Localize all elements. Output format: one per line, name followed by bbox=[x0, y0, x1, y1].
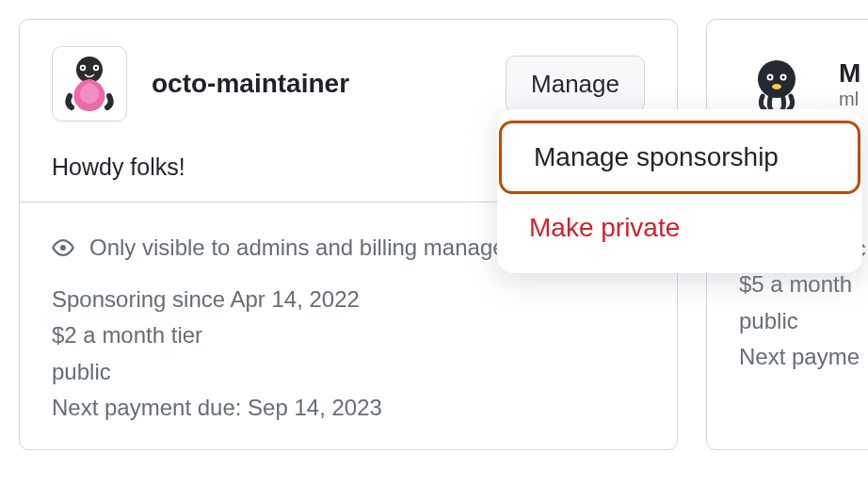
visibility-note: Only visible to admins and billing manag… bbox=[89, 235, 524, 261]
sponsoring-since: Sponsoring since Apr 14, 2022 bbox=[52, 282, 645, 317]
username: M bbox=[839, 58, 860, 89]
username: octo-maintainer bbox=[152, 69, 349, 99]
avatar bbox=[52, 46, 127, 122]
manage-dropdown: Manage sponsorship Make private bbox=[497, 109, 862, 273]
menu-make-private[interactable]: Make private bbox=[497, 194, 862, 262]
privacy-info: public bbox=[739, 303, 868, 339]
svg-point-8 bbox=[769, 76, 772, 79]
tier-info: $2 a month tier bbox=[52, 317, 645, 353]
manage-button[interactable]: Manage bbox=[506, 56, 645, 113]
svg-point-3 bbox=[82, 67, 85, 70]
next-payment: Next payme bbox=[739, 339, 868, 375]
svg-point-4 bbox=[95, 67, 98, 70]
svg-point-10 bbox=[772, 84, 781, 89]
svg-point-5 bbox=[758, 60, 796, 98]
privacy-info: public bbox=[52, 354, 645, 390]
menu-manage-sponsorship[interactable]: Manage sponsorship bbox=[499, 121, 860, 194]
svg-point-0 bbox=[76, 57, 103, 83]
eye-icon bbox=[52, 236, 74, 259]
user-handle: ml bbox=[839, 89, 860, 110]
next-payment: Next payment due: Sep 14, 2023 bbox=[52, 390, 645, 426]
svg-point-9 bbox=[782, 76, 785, 79]
